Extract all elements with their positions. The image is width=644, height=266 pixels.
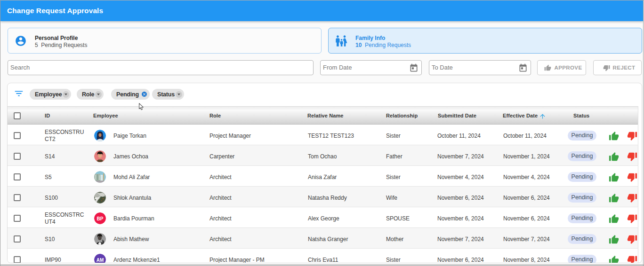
svg-text:BP: BP [97,216,104,221]
svg-text:AM: AM [97,258,104,263]
